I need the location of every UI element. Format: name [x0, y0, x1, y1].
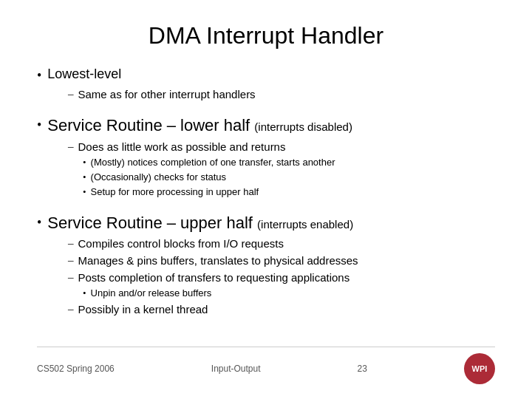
bullet-2-subsubs: • (Mostly) notices completion of one tra… — [83, 156, 495, 200]
bullet-3-subsub-1: • Unpin and/or release buffers — [83, 287, 495, 300]
bullet-1-text: Lowest-level — [47, 66, 121, 83]
footer-topic: Input-Output — [211, 364, 261, 374]
bullet-2-subsub-1: • (Mostly) notices completion of one tra… — [83, 156, 495, 169]
slide-title: DMA Interrupt Handler — [37, 22, 495, 50]
bullet-1-sub-1-text: Same as for other interrupt handlers — [78, 86, 256, 102]
bullet-1-sub-1-dash: – — [68, 86, 74, 102]
bullet-3-subs: – Compiles control blocks from I/O reque… — [68, 236, 495, 317]
slide: DMA Interrupt Handler • Lowest-level – S… — [0, 0, 532, 399]
bullet-1-subs: – Same as for other interrupt handlers — [68, 86, 495, 102]
bullet-1-dot: • — [37, 67, 41, 84]
bullet-1-sub-1: – Same as for other interrupt handlers — [68, 86, 495, 102]
bullet-2-subsub-2: • (Occasionally) checks for status — [83, 171, 495, 184]
bullet-2: • Service Routine – lower half (interrup… — [37, 115, 495, 200]
footer-page-number: 23 — [358, 364, 367, 374]
bullet-3-sub-4: – Possibly in a kernel thread — [68, 301, 495, 317]
wpi-logo: WPI — [464, 353, 495, 384]
footer-logo-area: WPI — [464, 353, 495, 384]
bullet-3-sub-1: – Compiles control blocks from I/O reque… — [68, 236, 495, 251]
bullet-2-sub-1: – Does as little work as possible and re… — [68, 139, 495, 154]
bullet-1: • Lowest-level – Same as for other inter… — [37, 66, 495, 103]
bullet-2-subs: – Does as little work as possible and re… — [68, 139, 495, 200]
slide-content: • Lowest-level – Same as for other inter… — [37, 66, 495, 342]
bullet-3-dot: • — [37, 214, 41, 231]
bullet-3-subsubs: • Unpin and/or release buffers — [83, 287, 495, 300]
footer-course: CS502 Spring 2006 — [37, 364, 115, 374]
bullet-3-sub-2: – Manages & pins buffers, translates to … — [68, 253, 495, 268]
bullet-3: • Service Routine – upper half (interrup… — [37, 213, 495, 319]
bullet-3-text: Service Routine – upper half (interrupts… — [47, 213, 353, 234]
bullet-2-dot: • — [37, 117, 41, 134]
bullet-2-text: Service Routine – lower half (interrupts… — [47, 115, 352, 137]
slide-footer: CS502 Spring 2006 Input-Output 23 WPI — [37, 347, 495, 384]
wpi-logo-text: WPI — [472, 364, 488, 373]
bullet-2-subsub-3: • Setup for more processing in upper hal… — [83, 185, 495, 199]
bullet-3-sub-3: – Posts completion of transfers to reque… — [68, 270, 495, 285]
